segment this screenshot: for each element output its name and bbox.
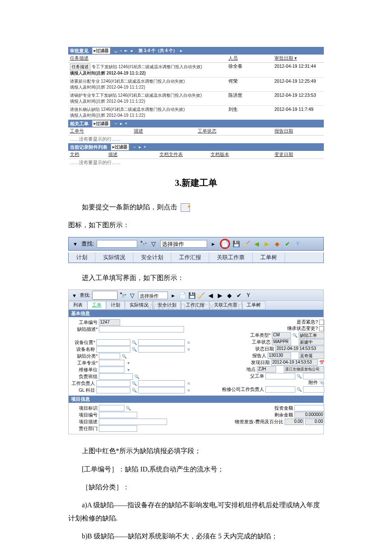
forward-icon[interactable]: ▶ [216, 292, 224, 299]
chevron-down-icon[interactable]: ▽ [150, 240, 158, 248]
defect-desc-input[interactable] [99, 326, 184, 332]
go-icon[interactable]: ▸ [170, 292, 177, 299]
new-record-icon[interactable]: 📄 [221, 240, 228, 248]
lookup-icon[interactable]: 🔍 [297, 387, 302, 392]
back-icon[interactable]: ◀ [207, 292, 215, 299]
table-row[interactable]: 请锅炉专业专工下发缺陷 1246(#1机B二级减温水调整门投入自动失效)填报人及… [68, 92, 324, 106]
filter-button[interactable]: ▸过滤器 [92, 120, 110, 127]
parent-wo-desc[interactable] [303, 373, 324, 379]
first-icon[interactable]: ⇤ [124, 49, 128, 53]
lookup-icon[interactable]: 🔍 [292, 333, 297, 338]
tab-wo-tree[interactable]: 工单树 [242, 301, 265, 309]
gl-acct-desc[interactable] [138, 387, 185, 393]
collapse-icon[interactable]: − [119, 49, 123, 53]
task-desc-button[interactable]: 任务描述 [70, 64, 90, 70]
refresh-icon[interactable]: ◡ [114, 49, 118, 53]
insp-resp-input[interactable] [265, 386, 295, 393]
wo-spec-input[interactable] [99, 360, 124, 366]
search-input[interactable] [92, 291, 118, 300]
tab-wo[interactable]: 工单 [87, 301, 106, 309]
tab-related-ticket[interactable]: 关联工作票 [209, 301, 242, 309]
eq-loc-desc[interactable] [138, 339, 185, 346]
tab-safety[interactable]: 安全计划 [153, 301, 181, 309]
proj-desc-input[interactable] [99, 419, 167, 425]
tab-list[interactable]: 列表 [69, 301, 87, 309]
detail-icon[interactable]: ≡ [186, 381, 191, 386]
filter-icon[interactable]: Ｙ [294, 240, 302, 248]
filter-icon[interactable]: Ｙ [245, 292, 252, 299]
next-icon[interactable]: ▸ [179, 49, 183, 53]
inherit-checkbox[interactable] [319, 326, 324, 331]
detail-icon[interactable]: ≡ [186, 340, 191, 345]
approve-icon[interactable]: ✔ [235, 292, 243, 299]
action-select[interactable]: 选择操作 [160, 240, 207, 248]
action-select[interactable]: 选择操作 [138, 292, 168, 299]
lookup-icon[interactable]: 🔍 [132, 388, 137, 393]
insp-resp-desc[interactable] [303, 386, 324, 393]
detail-icon[interactable]: ≡ [186, 388, 191, 393]
lookup-icon[interactable]: 🔍 [134, 374, 139, 379]
lookup-icon[interactable]: 🔍 [132, 381, 137, 386]
binoculars-icon[interactable]: 🔭 [119, 292, 127, 299]
detail-icon[interactable]: ≡ [186, 347, 191, 352]
route-icon[interactable]: ◆ [226, 292, 233, 299]
maint-unit-input[interactable] [99, 367, 124, 373]
tab-actual[interactable]: 实际情况 [95, 252, 133, 263]
col-person[interactable]: 人员 [227, 55, 273, 63]
eq-loc-input[interactable] [96, 339, 130, 346]
tab-report[interactable]: 工作汇报 [171, 252, 209, 263]
tab-safety[interactable]: 安全计划 [133, 252, 171, 263]
lookup-icon[interactable]: 🔍 [126, 406, 131, 411]
back-icon[interactable]: ◀ [253, 240, 261, 248]
resp-dept-input[interactable] [99, 425, 137, 432]
inv-amt-input[interactable] [294, 405, 324, 411]
attachment-icon[interactable]: 📎 [319, 380, 324, 385]
proj-no-input[interactable] [99, 412, 137, 418]
table-row[interactable]: 任务描述 专工下发缺陷 1246(#1机B二级减温水调整门投入自动失效) 填报人… [68, 63, 324, 78]
tab-plan[interactable]: 计划 [106, 301, 125, 309]
route-icon[interactable]: ◆ [274, 240, 281, 248]
filter-button[interactable]: ▸过滤器 [111, 144, 129, 150]
gl-acct-input[interactable] [96, 387, 130, 393]
save-icon[interactable]: 💾 [188, 292, 196, 299]
chevron-down-icon[interactable]: ▽ [129, 292, 136, 299]
chevron-down-icon[interactable]: ▾ [70, 292, 78, 299]
tab-plan[interactable]: 计划 [69, 252, 95, 263]
binoculars-icon[interactable]: 🔭 [140, 240, 147, 248]
clear-icon[interactable]: 🧹 [198, 292, 205, 299]
expand-icon[interactable]: + [143, 145, 147, 149]
forward-icon[interactable]: ▶ [263, 240, 271, 248]
next-icon[interactable]: ▸ [138, 145, 142, 149]
lookup-icon[interactable]: 🔍 [132, 340, 137, 345]
next-icon[interactable]: ▸ [119, 121, 123, 126]
dropdown-icon[interactable]: ▾ [126, 361, 131, 366]
collapse-icon[interactable]: − [133, 145, 137, 149]
table-row[interactable]: 请重新分配专业 1246(#1机B二级减温水调整门投入自动失效)填报人及时间(吕… [68, 78, 324, 92]
save-icon[interactable]: 💾 [233, 240, 240, 248]
eq-name-desc[interactable] [138, 346, 185, 353]
calendar-icon[interactable]: 📅 [319, 360, 324, 365]
dropdown-icon[interactable]: ▾ [71, 240, 79, 248]
lookup-icon[interactable]: 🔍 [297, 374, 302, 379]
tab-wo-tree[interactable]: 工单树 [253, 252, 285, 263]
work-resp-desc[interactable] [138, 380, 185, 387]
work-resp-input[interactable] [96, 380, 130, 387]
eq-name-input[interactable] [96, 346, 130, 353]
expand-icon[interactable]: + [124, 121, 128, 126]
proj-mark-input[interactable] [99, 405, 124, 411]
col-task[interactable]: 任务描述 [68, 55, 227, 63]
table-row[interactable]: 请值长确认缺陷 1246(#1机B二级减温水调整门投入自动失效)填报人及时间(吕… [68, 106, 324, 120]
dropdown-icon[interactable]: ▾ [126, 367, 131, 373]
resp-team-input[interactable] [99, 373, 133, 380]
go-icon[interactable]: ▸ [210, 240, 217, 248]
tab-actual[interactable]: 实际情况 [125, 301, 153, 309]
defect-cls-input[interactable] [99, 353, 120, 359]
collapse-icon[interactable]: − [114, 121, 118, 126]
lookup-icon[interactable]: 🔍 [132, 347, 137, 352]
approve-icon[interactable]: ✔ [284, 240, 291, 248]
urgent-checkbox[interactable] [319, 320, 324, 325]
col-date[interactable]: 审批日期 ▾ [273, 55, 324, 63]
lookup-icon[interactable]: 🔍 [121, 354, 127, 359]
tab-related-ticket[interactable]: 关联工作票 [209, 252, 253, 263]
parent-wo-input[interactable] [265, 373, 295, 379]
